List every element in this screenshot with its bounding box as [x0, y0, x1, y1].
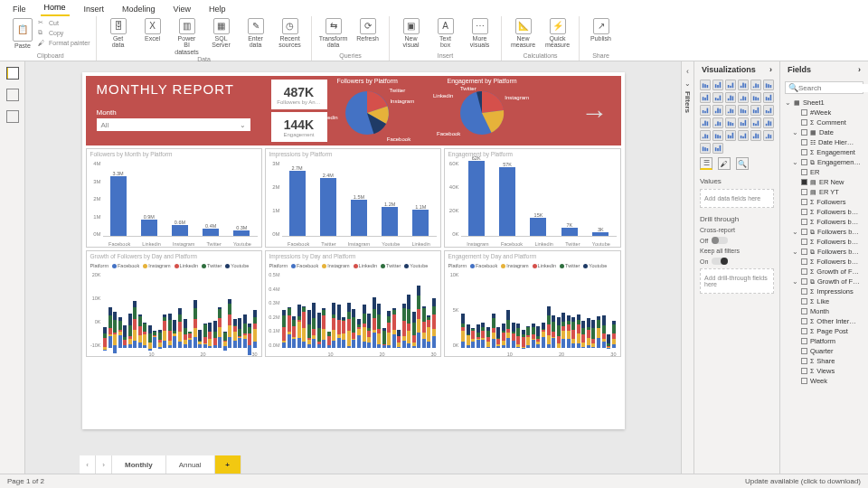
fields-search[interactable]: 🔍	[785, 81, 863, 94]
update-notice[interactable]: Update available (click to download)	[745, 477, 861, 485]
data-view-icon[interactable]	[6, 89, 19, 101]
viz-tile-11[interactable]	[763, 92, 774, 103]
enter-data-button[interactable]: ✎Enterdata	[241, 18, 271, 49]
field-like[interactable]: ΣLike	[783, 296, 865, 306]
tab-view[interactable]: View	[170, 3, 194, 16]
viz-tile-14[interactable]	[725, 105, 736, 116]
field-engagemen-[interactable]: ⌄⧉Engagemen…	[783, 157, 865, 167]
viz-tile-16[interactable]	[750, 105, 761, 116]
keep-filters-toggle[interactable]	[712, 258, 728, 265]
report-canvas[interactable]: MONTHLY REPORT Month All⌄ 487KFollowers …	[82, 72, 625, 429]
viz-tile-18[interactable]	[700, 117, 711, 128]
viz-tile-12[interactable]	[700, 105, 711, 116]
page-add-button[interactable]: +	[215, 455, 241, 474]
page-next-button[interactable]: ›	[96, 455, 112, 474]
viz-tile-17[interactable]	[763, 105, 774, 116]
viz-tile-5[interactable]	[763, 80, 774, 90]
field-date-hier-[interactable]: ☷Date Hier…	[783, 137, 865, 147]
drillthrough-drop-area[interactable]: Add drill-through fields here	[700, 268, 774, 294]
field-er-yt[interactable]: ▤ER YT	[783, 187, 865, 197]
field-views[interactable]: ΣViews	[783, 366, 865, 376]
field-week[interactable]: Week	[783, 376, 865, 386]
transform-data-button[interactable]: ⇆Transformdata	[318, 18, 349, 49]
viz-tile-7[interactable]	[712, 92, 723, 103]
field-followers-b-[interactable]: ΣFollowers b…	[783, 257, 865, 267]
table-node[interactable]: ⌄▦Sheet1	[783, 98, 865, 108]
pie-followers[interactable]: Followers by Platform Twitter Instagram …	[337, 78, 398, 140]
field-comment[interactable]: ΣComment	[783, 117, 865, 127]
tab-insert[interactable]: Insert	[80, 3, 108, 16]
tab-help[interactable]: Help	[205, 3, 230, 16]
filters-pane-collapsed[interactable]: ‹ ⌄ Filters	[681, 61, 693, 474]
page-tab-annual[interactable]: Annual	[166, 455, 215, 474]
chevron-right-icon[interactable]: ›	[858, 65, 861, 74]
field-quarter[interactable]: Quarter	[783, 346, 865, 356]
field-platform[interactable]: Platform	[783, 336, 865, 346]
card-followers[interactable]: 487KFollowers by An…	[271, 80, 327, 109]
month-slicer[interactable]: Month All⌄	[97, 108, 250, 131]
viz-tile-1[interactable]	[712, 80, 723, 90]
viz-tile-15[interactable]	[738, 105, 749, 116]
tile-engagement-stacked[interactable]: Engagement by Day and PlatformPlatformFa…	[444, 250, 621, 357]
field-followers-b-[interactable]: ⌄⧉Followers b…	[783, 227, 865, 237]
viz-tile-30[interactable]	[700, 143, 711, 154]
model-view-icon[interactable]	[6, 110, 19, 123]
cut-button[interactable]: ✂Cut	[38, 18, 90, 27]
viz-tile-9[interactable]	[738, 92, 749, 103]
field-page-post[interactable]: ΣPage Post	[783, 326, 865, 336]
viz-tile-19[interactable]	[712, 117, 723, 128]
viz-tile-0[interactable]	[700, 80, 711, 90]
viz-tile-22[interactable]	[750, 117, 761, 128]
field--week[interactable]: #Week	[783, 108, 865, 117]
excel-button[interactable]: XExcel	[137, 18, 168, 42]
field-other-inter-[interactable]: ΣOther Inter…	[783, 316, 865, 326]
more-visuals-button[interactable]: ⋯Morevisuals	[465, 18, 495, 49]
viz-tile-21[interactable]	[738, 117, 749, 128]
values-drop-area[interactable]: Add data fields here	[700, 189, 774, 208]
copy-button[interactable]: ⧉Copy	[38, 28, 90, 37]
paste-button[interactable]: 📋Paste	[11, 18, 34, 49]
viz-tile-13[interactable]	[712, 105, 723, 116]
fields-tab-button[interactable]: ☰	[700, 157, 712, 170]
viz-tile-26[interactable]	[725, 130, 736, 141]
viz-tile-3[interactable]	[738, 80, 749, 90]
pie-engagement[interactable]: Engagement by Platform Twitter Linkedin …	[448, 78, 517, 140]
field-engagement[interactable]: ΣEngagement	[783, 147, 865, 157]
field-impressions[interactable]: ΣImpressions	[783, 286, 865, 296]
viz-tile-31[interactable]	[712, 143, 723, 154]
tile-engagement-bar[interactable]: Engagement by Platform60K40K20K0K62K57K1…	[444, 148, 621, 248]
text-box-button[interactable]: ATextbox	[430, 18, 461, 49]
field-growth-of-f-[interactable]: ⌄⧉Growth of F…	[783, 277, 865, 286]
viz-tile-24[interactable]	[700, 130, 711, 141]
publish-button[interactable]: ↗Publish	[586, 18, 617, 42]
format-tab-button[interactable]: 🖌	[718, 157, 731, 170]
field-followers-b-[interactable]: ΣFollowers b…	[783, 217, 865, 227]
viz-tile-2[interactable]	[725, 80, 736, 90]
cross-report-toggle[interactable]	[712, 237, 728, 244]
viz-tile-8[interactable]	[725, 92, 736, 103]
tab-file[interactable]: File	[9, 3, 30, 16]
format-painter-button[interactable]: 🖌Format painter	[38, 38, 90, 47]
viz-tile-6[interactable]	[700, 92, 711, 103]
page-tab-monthly[interactable]: Monthly	[112, 455, 166, 474]
field-er[interactable]: ER	[783, 167, 865, 177]
analytics-tab-button[interactable]: 🔍	[736, 157, 749, 170]
tile-impressions-stacked[interactable]: Impressions by Day and PlatformPlatformF…	[265, 250, 441, 357]
chevron-right-icon[interactable]: ›	[769, 65, 772, 74]
sql-server-button[interactable]: ▦SQLServer	[206, 18, 237, 49]
viz-tile-29[interactable]	[763, 130, 774, 141]
page-prev-button[interactable]: ‹	[80, 455, 96, 474]
viz-tile-23[interactable]	[763, 117, 774, 128]
viz-tile-28[interactable]	[750, 130, 761, 141]
field-followers-b-[interactable]: ⌄⧉Followers b…	[783, 247, 865, 257]
viz-tile-27[interactable]	[738, 130, 749, 141]
refresh-button[interactable]: ⟳Refresh	[353, 18, 383, 42]
new-measure-button[interactable]: 📐Newmeasure	[508, 18, 539, 49]
quick-measure-button[interactable]: ⚡Quickmeasure	[542, 18, 573, 49]
viz-tile-25[interactable]	[712, 130, 723, 141]
tile-followers-bar[interactable]: Followers by Month by Platform4M3M2M1M0M…	[86, 148, 262, 248]
recent-sources-button[interactable]: ◷Recentsources	[275, 18, 306, 49]
viz-tile-10[interactable]	[750, 92, 761, 103]
tile-growth-stacked[interactable]: Growth of Followers by Day and PlatformP…	[86, 250, 262, 357]
field-share[interactable]: ΣShare	[783, 356, 865, 366]
